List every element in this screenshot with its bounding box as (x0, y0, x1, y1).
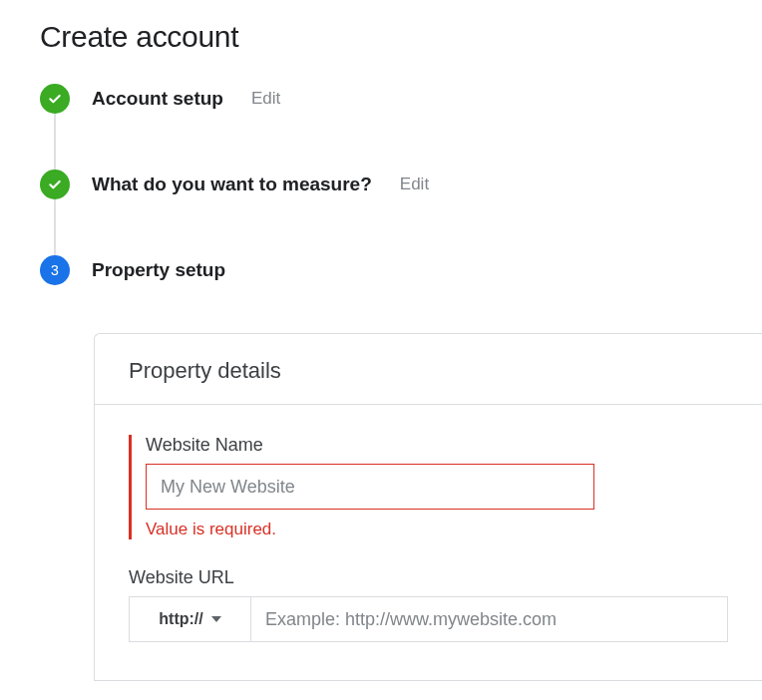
edit-link-account-setup[interactable]: Edit (251, 89, 280, 109)
step-account-setup: Account setup Edit (40, 84, 762, 170)
website-url-field: Website URL http:// (129, 567, 728, 642)
card-header: Property details (95, 334, 762, 405)
step-connector (54, 114, 56, 175)
step-title: Account setup (92, 88, 223, 110)
step-property-setup: 3 Property setup (40, 255, 762, 289)
check-icon (47, 91, 63, 107)
stepper: Account setup Edit What do you want to m… (40, 84, 762, 289)
property-details-card: Property details Website Name Value is r… (94, 333, 762, 681)
protocol-dropdown[interactable]: http:// (129, 596, 250, 642)
step-done-indicator (40, 84, 70, 114)
protocol-value: http:// (159, 610, 202, 628)
page-title: Create account (40, 20, 762, 54)
step-active-indicator: 3 (40, 255, 70, 285)
chevron-down-icon (211, 616, 221, 622)
step-measure: What do you want to measure? Edit (40, 170, 762, 255)
website-name-field: Website Name Value is required. (129, 435, 728, 539)
website-name-error: Value is required. (146, 520, 728, 539)
website-url-label: Website URL (129, 567, 728, 588)
website-url-input[interactable] (250, 596, 728, 642)
step-title: Property setup (92, 259, 225, 281)
edit-link-measure[interactable]: Edit (400, 175, 429, 194)
step-done-indicator (40, 170, 70, 199)
check-icon (47, 176, 63, 192)
step-connector (54, 199, 56, 260)
step-title: What do you want to measure? (92, 174, 372, 195)
website-name-label: Website Name (146, 435, 728, 456)
website-name-input[interactable] (146, 464, 594, 510)
